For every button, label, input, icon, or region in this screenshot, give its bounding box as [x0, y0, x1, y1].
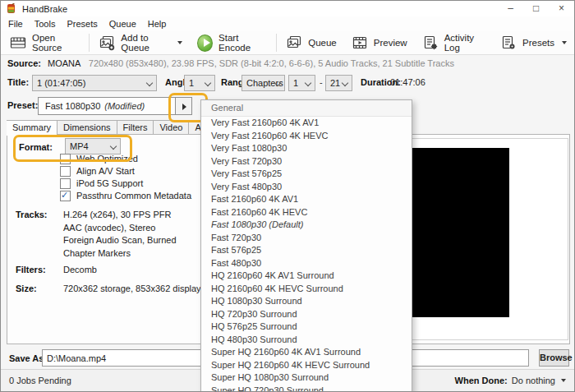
- checkbox-label: Align A/V Start: [76, 165, 135, 178]
- preset-select[interactable]: Fast 1080p30(Modified): [38, 97, 176, 115]
- activity-log-label: Activity Log: [444, 33, 485, 53]
- chevron-down-icon: [205, 80, 211, 86]
- preset-item[interactable]: Super HQ 2160p60 4K AV1 Surround: [201, 346, 412, 359]
- menu-item[interactable]: Queue: [104, 16, 142, 31]
- chevron-down-icon: [305, 80, 311, 86]
- checkbox-row[interactable]: ✓ Web Optimized: [60, 153, 191, 165]
- start-encode-button[interactable]: Start Encode: [190, 32, 274, 54]
- title-bar: HandBrake – □ ×: [1, 1, 574, 16]
- browse-button[interactable]: Browse: [539, 349, 569, 367]
- checkbox-row[interactable]: ✓ iPod 5G Support: [60, 178, 191, 190]
- add-to-queue-label: Add to Queue: [121, 33, 170, 53]
- checkbox[interactable]: ✓: [60, 178, 71, 189]
- duration-value: 01:47:06: [390, 77, 426, 87]
- preset-item[interactable]: HQ 480p30 Surround: [201, 334, 412, 347]
- summary-track-line: Chapter Markers: [63, 247, 177, 261]
- close-button[interactable]: ×: [549, 1, 574, 16]
- preset-item[interactable]: Fast 480p30: [201, 257, 412, 270]
- tab[interactable]: Summary: [7, 120, 58, 136]
- checkbox-label: Passthru Common Metadata: [76, 190, 191, 202]
- open-source-label: Open Source: [32, 33, 80, 53]
- play-icon: [197, 35, 213, 52]
- when-done-control[interactable]: When Done: Do nothing: [455, 376, 566, 385]
- menu-item[interactable]: Presets: [61, 16, 103, 31]
- size-value: 720x362 storage, 853x362 display: [63, 284, 201, 293]
- add-to-queue-icon: [99, 35, 115, 51]
- summary-track-line: Foreign Audio Scan, Burned: [63, 234, 177, 247]
- tab[interactable]: Dimensions: [58, 120, 117, 135]
- preset-item[interactable]: Very Fast 2160p60 4K AV1: [201, 117, 412, 130]
- queue-label: Queue: [308, 38, 337, 48]
- format-label: Format:: [19, 142, 53, 152]
- preset-item[interactable]: Fast 720p30: [201, 232, 412, 245]
- menu-item[interactable]: Help: [142, 16, 172, 31]
- source-name: MOANA: [48, 58, 80, 68]
- activity-log-button[interactable]: Activity Log: [415, 32, 493, 54]
- chevron-down-icon: [110, 143, 117, 150]
- preset-list: Very Fast 2160p60 4K AV1Very Fast 2160p6…: [201, 117, 412, 392]
- chevron-down-icon: [342, 80, 348, 86]
- when-done-value: Do nothing: [512, 376, 555, 385]
- range-to-select[interactable]: 21: [325, 75, 352, 91]
- preset-item[interactable]: Super HQ 1080p30 Surround: [201, 371, 412, 385]
- preset-item[interactable]: Very Fast 480p30: [201, 181, 412, 194]
- checkbox[interactable]: ✓: [60, 154, 71, 164]
- toolbar: Open Source Add to Queue Start Encode: [1, 31, 574, 55]
- window-title: HandBrake: [22, 4, 67, 14]
- menu-item[interactable]: Tools: [29, 16, 62, 31]
- maximize-button[interactable]: □: [523, 1, 549, 16]
- preset-item[interactable]: Fast 2160p60 4K AV1: [201, 193, 412, 206]
- source-details: 720x480 (853x480), 23.98 FPS, SDR (8-bit…: [89, 58, 454, 68]
- preset-item[interactable]: Very Fast 720p30: [201, 155, 412, 168]
- preset-item[interactable]: Super HQ 720p30 Surround: [201, 385, 412, 392]
- preview-button[interactable]: Preview: [344, 32, 415, 54]
- menu-item[interactable]: File: [2, 16, 29, 31]
- preset-item[interactable]: HQ 2160p60 4K AV1 Surround: [201, 270, 412, 283]
- format-value: MP4: [70, 141, 89, 151]
- tab[interactable]: Filters: [117, 120, 154, 135]
- preset-item[interactable]: Very Fast 1080p30: [201, 142, 412, 155]
- preset-dropdown-arrow-button[interactable]: [175, 97, 192, 115]
- queue-button[interactable]: Queue: [278, 32, 344, 54]
- preset-item[interactable]: Fast 576p25: [201, 244, 412, 257]
- summary-checkboxes: ✓ Web Optimized ✓ Align A/V Start ✓ iPod…: [60, 153, 191, 202]
- range-from-select[interactable]: 1: [288, 75, 315, 91]
- window-controls: – □ ×: [498, 1, 574, 16]
- title-value: 1 (01:47:05): [37, 78, 85, 88]
- preset-label: Preset:: [7, 100, 38, 110]
- add-to-queue-button[interactable]: Add to Queue: [91, 32, 190, 54]
- preset-item[interactable]: HQ 720p30 Surround: [201, 308, 412, 321]
- format-select[interactable]: MP4: [65, 138, 121, 154]
- minimize-button[interactable]: –: [498, 1, 523, 16]
- chevron-down-icon: [561, 379, 566, 382]
- preset-item[interactable]: Fast 1080p30 (Default): [201, 219, 412, 232]
- preset-item[interactable]: Very Fast 576p25: [201, 168, 412, 181]
- range-to-value: 21: [330, 78, 340, 88]
- handbrake-window: HandBrake – □ × FileToolsPresetsQueueHel…: [0, 0, 575, 392]
- angle-select[interactable]: 1: [184, 75, 215, 91]
- chevron-down-icon: [562, 41, 567, 44]
- preset-item[interactable]: HQ 576p25 Surround: [201, 321, 412, 334]
- range-type-select[interactable]: Chapters: [242, 75, 285, 91]
- checkbox[interactable]: ✓: [60, 191, 71, 201]
- tab[interactable]: Video: [154, 120, 189, 135]
- start-encode-label: Start Encode: [218, 33, 267, 53]
- preset-item[interactable]: HQ 2160p60 4K HEVC Surround: [201, 283, 412, 296]
- presets-button[interactable]: Presets: [493, 32, 574, 54]
- preset-item[interactable]: HQ 1080p30 Surround: [201, 295, 412, 308]
- preset-item[interactable]: Very Fast 2160p60 4K HEVC: [201, 130, 412, 143]
- preset-item[interactable]: Fast 2160p60 4K HEVC: [201, 206, 412, 219]
- check-icon: ✓: [61, 189, 68, 201]
- menu-bar: FileToolsPresetsQueueHelp: [1, 16, 574, 31]
- chevron-down-icon: [146, 80, 153, 86]
- checkbox-row[interactable]: ✓ Passthru Common Metadata: [60, 190, 191, 202]
- preview-icon: [352, 35, 368, 51]
- title-select[interactable]: 1 (01:47:05): [32, 75, 157, 91]
- filters-value: Decomb: [63, 265, 97, 274]
- checkbox-row[interactable]: ✓ Align A/V Start: [60, 165, 191, 178]
- when-done-label: When Done:: [455, 376, 508, 385]
- checkbox[interactable]: ✓: [60, 166, 71, 177]
- preset-item[interactable]: Super HQ 2160p60 4K HEVC Surround: [201, 359, 412, 372]
- open-source-button[interactable]: Open Source: [2, 32, 87, 54]
- presets-icon: [500, 35, 517, 51]
